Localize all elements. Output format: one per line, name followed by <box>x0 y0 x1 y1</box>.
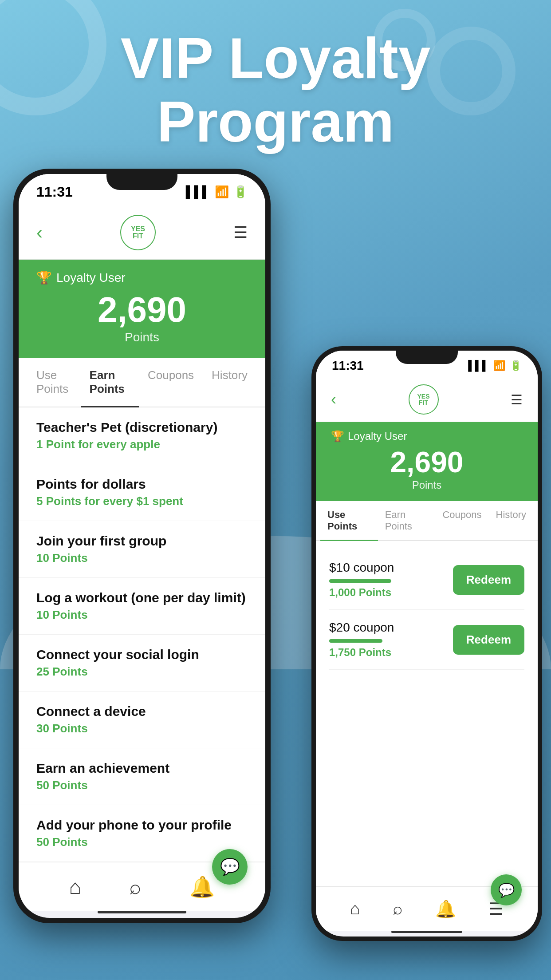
coupon-20-bar <box>329 639 382 643</box>
chat-fab-button[interactable]: 💬 <box>212 849 248 885</box>
p2-tab-earn-points[interactable]: Earn Points <box>378 501 436 540</box>
redeem-20-button[interactable]: Redeem <box>453 625 524 655</box>
phone2-bottom-nav: ⌂ ⌕ 🔔 ☰ 💬 <box>316 886 538 931</box>
phone1-points-label: Points <box>36 330 248 344</box>
earn-item-first-group-title: Join your first group <box>36 533 248 549</box>
earn-item-teachers-pet-title: Teacher's Pet (discretionary) <box>36 420 248 435</box>
earn-item-points-dollars-pts: 5 Points for every $1 spent <box>36 494 248 508</box>
coupon-20-title: $20 coupon <box>329 620 394 635</box>
phone2-green-banner: 🏆 Loyalty User 2,690 Points <box>316 422 538 501</box>
search-icon[interactable]: ⌕ <box>129 875 142 899</box>
phone1-home-indicator <box>98 911 186 913</box>
trophy-icon: 🏆 <box>36 270 52 285</box>
p2-loyalty-label: 🏆 Loyalty User <box>331 430 523 443</box>
p2-tab-use-points[interactable]: Use Points <box>320 501 378 540</box>
signal-icon: ▌▌▌ <box>186 185 210 199</box>
earn-item-phone-profile-pts: 50 Points <box>36 835 248 849</box>
earn-item-log-workout-title: Log a workout (one per day limit) <box>36 590 248 605</box>
coupon-row-20: $20 coupon 1,750 Points Redeem <box>329 610 524 670</box>
p2-search-icon[interactable]: ⌕ <box>393 899 403 918</box>
battery-icon: 🔋 <box>233 185 248 199</box>
p2-signal-icon: ▌▌▌ <box>468 360 489 371</box>
p2-bell-icon[interactable]: 🔔 <box>435 899 456 919</box>
earn-item-phone-profile-title: Add your phone to your profile <box>36 818 248 833</box>
earn-item-points-dollars-title: Points for dollars <box>36 477 248 492</box>
p2-home-icon[interactable]: ⌂ <box>350 899 360 918</box>
p2-trophy-icon: 🏆 <box>331 430 344 443</box>
phone1-time: 11:31 <box>36 184 73 200</box>
phone1-notch <box>106 174 177 190</box>
yesfit-logo: YES FIT <box>120 215 156 250</box>
p2-tab-history[interactable]: History <box>489 501 533 540</box>
bell-icon[interactable]: 🔔 <box>189 875 215 899</box>
phone2-time: 11:31 <box>332 359 364 373</box>
earn-item-log-workout: Log a workout (one per day limit) 10 Poi… <box>19 578 265 635</box>
coupon-20-pts: 1,750 Points <box>329 646 394 659</box>
earn-item-log-workout-pts: 10 Points <box>36 608 248 622</box>
p2-battery-icon: 🔋 <box>510 360 522 371</box>
phone1-earn-list: Teacher's Pet (discretionary) 1 Point fo… <box>19 407 265 862</box>
phone1-status-icons: ▌▌▌ 📶 🔋 <box>186 185 248 199</box>
p2-menu-button[interactable]: ☰ <box>511 392 523 407</box>
p2-tab-coupons[interactable]: Coupons <box>435 501 488 540</box>
p2-wifi-icon: 📶 <box>493 360 505 371</box>
phone2-screen: 11:31 ▌▌▌ 📶 🔋 ‹ YES FIT ☰ 🏆 Loyalty User… <box>316 351 538 937</box>
coupon-10-title: $10 coupon <box>329 561 394 575</box>
phone1-device: 11:31 ▌▌▌ 📶 🔋 ‹ YES FIT ☰ 🏆 Loyalty User… <box>13 169 271 923</box>
coupon-row-10: $10 coupon 1,000 Points Redeem <box>329 550 524 610</box>
earn-item-teachers-pet: Teacher's Pet (discretionary) 1 Point fo… <box>19 407 265 464</box>
back-button[interactable]: ‹ <box>36 222 43 243</box>
earn-item-social-login: Connect your social login 25 Points <box>19 635 265 692</box>
p2-logo-bottom: FIT <box>419 399 428 406</box>
p2-points-value: 2,690 <box>331 445 523 479</box>
coupon-20-info: $20 coupon 1,750 Points <box>329 620 394 659</box>
earn-item-first-group: Join your first group 10 Points <box>19 521 265 578</box>
phone2-status-bar: 11:31 ▌▌▌ 📶 🔋 <box>316 351 538 381</box>
earn-item-connect-device-pts: 30 Points <box>36 722 248 735</box>
p2-yesfit-logo: YES FIT <box>409 384 439 415</box>
earn-item-achievement: Earn an achievement 50 Points <box>19 748 265 805</box>
phone2-use-points-content: $10 coupon 1,000 Points Redeem $20 coupo… <box>316 541 538 886</box>
home-icon[interactable]: ⌂ <box>69 875 82 899</box>
p2-points-label: Points <box>331 479 523 491</box>
phone1-screen: 11:31 ▌▌▌ 📶 🔋 ‹ YES FIT ☰ 🏆 Loyalty User… <box>19 174 265 918</box>
redeem-10-button[interactable]: Redeem <box>453 565 524 595</box>
coupon-10-bar <box>329 579 391 583</box>
earn-item-connect-device: Connect a device 30 Points <box>19 692 265 748</box>
phone2-header: ‹ YES FIT ☰ <box>316 381 538 422</box>
logo-text-bottom: FIT <box>133 233 143 240</box>
phone1-green-banner: 🏆 Loyalty User 2,690 Points <box>19 260 265 358</box>
phone2-notch <box>396 351 458 364</box>
phone1-header: ‹ YES FIT ☰ <box>19 209 265 260</box>
logo-text-top: YES <box>131 225 145 233</box>
phone1-bottom-nav: ⌂ ⌕ 🔔 💬 <box>19 862 265 911</box>
tab-coupons[interactable]: Coupons <box>139 358 203 407</box>
coupon-10-pts: 1,000 Points <box>329 586 394 599</box>
tab-earn-points[interactable]: Earn Points <box>81 358 139 407</box>
earn-item-social-login-title: Connect your social login <box>36 647 248 662</box>
earn-item-achievement-title: Earn an achievement <box>36 761 248 776</box>
phone2-device: 11:31 ▌▌▌ 📶 🔋 ‹ YES FIT ☰ 🏆 Loyalty User… <box>311 346 542 941</box>
earn-item-connect-device-title: Connect a device <box>36 704 248 719</box>
menu-button[interactable]: ☰ <box>233 223 248 242</box>
phone1-points-value: 2,690 <box>36 289 248 330</box>
phone2-tabs: Use Points Earn Points Coupons History <box>316 501 538 541</box>
wifi-icon: 📶 <box>215 185 229 199</box>
phone2-home-indicator <box>391 931 462 933</box>
phone1-loyalty-label: 🏆 Loyalty User <box>36 270 248 285</box>
page-title: VIP Loyalty Program <box>0 27 551 154</box>
phone1-status-bar: 11:31 ▌▌▌ 📶 🔋 <box>19 174 265 209</box>
earn-item-achievement-pts: 50 Points <box>36 778 248 792</box>
phone1-tabs: Use Points Earn Points Coupons History <box>19 358 265 407</box>
p2-back-button[interactable]: ‹ <box>331 390 336 409</box>
earn-item-teachers-pet-pts: 1 Point for every apple <box>36 438 248 451</box>
p2-chat-fab-button[interactable]: 💬 <box>491 874 522 905</box>
earn-item-first-group-pts: 10 Points <box>36 551 248 565</box>
tab-history[interactable]: History <box>203 358 256 407</box>
earn-item-social-login-pts: 25 Points <box>36 665 248 679</box>
phone2-status-icons: ▌▌▌ 📶 🔋 <box>468 360 522 371</box>
coupon-10-info: $10 coupon 1,000 Points <box>329 561 394 599</box>
earn-item-points-dollars: Points for dollars 5 Points for every $1… <box>19 464 265 521</box>
p2-logo-top: YES <box>417 393 429 399</box>
tab-use-points[interactable]: Use Points <box>28 358 81 407</box>
